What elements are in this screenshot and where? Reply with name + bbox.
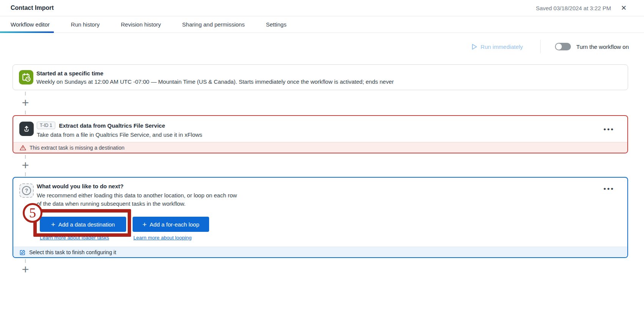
page-title: Contact Import (11, 5, 54, 11)
next-title: What would you like to do next? (37, 183, 123, 189)
run-immediately-button[interactable]: Run immediately (472, 44, 523, 50)
add-for-each-loop-label: Add a for-each loop (150, 221, 199, 228)
extract-header: T-ID 1 Extract data from Qualtrics File … (37, 122, 165, 129)
tab-revision-history[interactable]: Revision history (121, 21, 161, 28)
connector-line (25, 92, 26, 95)
add-task-button-2[interactable]: + (20, 159, 31, 171)
extract-error-text: This extract task is missing a destinati… (30, 145, 125, 151)
schedule-title: Started at a specific time (36, 69, 394, 78)
task-card-extract[interactable]: T-ID 1 Extract data from Qualtrics File … (13, 115, 628, 153)
connector-line (25, 172, 26, 176)
learn-loader-tasks-link[interactable]: Learn more about loader tasks (40, 235, 109, 241)
next-description-line2: of the data when running subsequent task… (37, 200, 186, 207)
task-card-next-step[interactable]: ? What would you like to do next? We rec… (13, 177, 628, 258)
tab-sharing-permissions[interactable]: Sharing and permissions (182, 21, 245, 28)
learn-looping-link[interactable]: Learn more about looping (133, 235, 192, 241)
workflow-toggle-label: Turn the workflow on (576, 44, 629, 50)
schedule-description: Weekly on Sundays at 12:00 AM UTC -07:00… (36, 78, 394, 86)
tab-settings[interactable]: Settings (266, 21, 286, 28)
workflow-on-toggle[interactable] (555, 43, 571, 50)
tab-label: Workflow editor (11, 21, 50, 28)
connector-line (25, 111, 26, 114)
add-data-destination-button[interactable]: + Add a data destination (40, 217, 126, 232)
toolbar-divider (540, 40, 541, 53)
next-description-line1: We recommend either loading this data to… (37, 192, 237, 199)
tab-run-history[interactable]: Run history (71, 21, 100, 28)
more-options-icon[interactable]: ••• (603, 126, 614, 133)
titlebar-right: Saved 03/18/2024 at 3:22 PM ✕ (536, 5, 644, 11)
question-mark-icon: ? (22, 186, 31, 195)
tab-label: Revision history (121, 21, 161, 28)
titlebar: Contact Import Saved 03/18/2024 at 3:22 … (0, 0, 644, 16)
warning-icon (20, 145, 26, 151)
add-task-button-1[interactable]: + (20, 97, 31, 108)
more-options-icon[interactable]: ••• (603, 185, 614, 192)
plus-icon: + (51, 221, 55, 228)
add-for-each-loop-button[interactable]: + Add a for-each loop (133, 217, 209, 232)
run-immediately-label: Run immediately (481, 44, 523, 50)
tab-label: Sharing and permissions (182, 21, 245, 28)
extract-description: Take data from a file in Qualtrics File … (37, 131, 202, 138)
calendar-clock-icon (19, 70, 33, 84)
active-tab-indicator (0, 31, 54, 33)
tab-label: Run history (71, 21, 100, 28)
tab-label: Settings (266, 21, 286, 28)
add-data-destination-label: Add a data destination (58, 221, 115, 228)
workflow-editor-window: Contact Import Saved 03/18/2024 at 3:22 … (0, 0, 644, 322)
tab-bar: Workflow editor Run history Revision his… (0, 16, 644, 33)
configure-task-banner: Select this task to finish configuring i… (13, 247, 627, 257)
question-placeholder-icon: ? (19, 183, 34, 198)
schedule-text: Started at a specific time Weekly on Sun… (36, 69, 394, 86)
extract-error-banner: This extract task is missing a destinati… (13, 142, 627, 153)
task-id-badge: T-ID 1 (37, 122, 55, 129)
add-task-button-3[interactable]: + (20, 264, 31, 275)
toggle-knob (556, 44, 562, 50)
play-icon (472, 44, 477, 50)
close-icon[interactable]: ✕ (621, 5, 627, 11)
saved-status: Saved 03/18/2024 at 3:22 PM (536, 5, 611, 11)
task-card-schedule[interactable]: Started at a specific time Weekly on Sun… (13, 64, 628, 90)
extract-title: Extract data from Qualtrics File Service (59, 122, 165, 129)
plus-icon: + (142, 221, 147, 228)
upload-icon (19, 122, 34, 136)
workflow-toolbar: Run immediately Turn the workflow on (472, 39, 629, 54)
tab-workflow-editor[interactable]: Workflow editor (11, 21, 50, 28)
edit-icon (20, 249, 26, 255)
configure-task-text: Select this task to finish configuring i… (29, 249, 116, 255)
